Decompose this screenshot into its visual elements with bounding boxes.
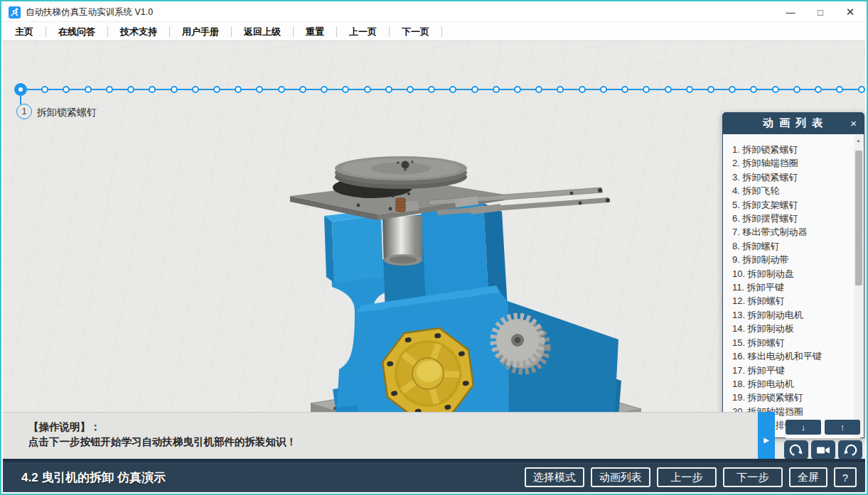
animation-step-item[interactable]: 18. 拆卸电动机: [723, 377, 852, 391]
menu-item-next-page[interactable]: 下一页: [390, 26, 442, 37]
panel-close-icon[interactable]: ×: [850, 112, 857, 134]
progress-node-39[interactable]: [836, 86, 843, 93]
scrollbar-thumb[interactable]: [855, 151, 862, 285]
rotate-left-button[interactable]: [838, 440, 862, 459]
progress-node-32[interactable]: [686, 86, 693, 93]
select-mode-button[interactable]: 选择模式: [525, 467, 584, 487]
progress-node-18[interactable]: [385, 86, 392, 93]
animation-step-item[interactable]: 6. 拆卸摆臂螺钉: [723, 212, 852, 225]
progress-node-5[interactable]: [106, 86, 113, 93]
progress-node-37[interactable]: [793, 86, 800, 93]
pan-up-button[interactable]: ↑: [825, 420, 860, 435]
3d-viewport[interactable]: 1 拆卸锁紧螺钉: [3, 41, 865, 459]
progress-node-17[interactable]: [364, 86, 371, 93]
window-title: 自动扶梯仿真互动实训系统 V1.0: [26, 6, 153, 18]
progress-node-1[interactable]: [14, 83, 27, 96]
progress-node-16[interactable]: [342, 86, 349, 93]
animation-step-item[interactable]: 3. 拆卸锁紧螺钉: [723, 170, 852, 184]
progress-node-28[interactable]: [600, 86, 607, 93]
menu-item-reset[interactable]: 重置: [294, 26, 337, 37]
close-icon[interactable]: ✕: [835, 3, 865, 21]
progress-node-24[interactable]: [514, 86, 521, 93]
menu-item-user-manual[interactable]: 用户手册: [170, 26, 232, 37]
progress-node-7[interactable]: [149, 86, 156, 93]
progress-node-6[interactable]: [127, 86, 134, 93]
menu-item-prev-page[interactable]: 上一页: [337, 26, 390, 37]
animation-step-item[interactable]: 5. 拆卸支架螺钉: [723, 198, 852, 212]
progress-node-33[interactable]: [707, 86, 714, 93]
animation-step-item[interactable]: 13. 拆卸制动电机: [723, 308, 852, 322]
progress-node-26[interactable]: [557, 86, 564, 93]
animation-step-item[interactable]: 16. 移出电动机和平键: [723, 349, 852, 363]
progress-node-38[interactable]: [815, 86, 822, 93]
animation-step-item[interactable]: 12. 拆卸螺钉: [723, 294, 852, 308]
animation-step-item[interactable]: 7. 移出带式制动器: [723, 225, 852, 239]
menu-item-home[interactable]: 主页: [3, 26, 46, 37]
app-window: { "window": { "title": "自动扶梯仿真互动实训系统 V1.…: [0, 0, 868, 495]
animation-step-item[interactable]: 4. 拆卸飞轮: [723, 184, 852, 197]
fullscreen-button[interactable]: 全屏: [789, 467, 827, 487]
animation-step-item[interactable]: 9. 拆卸制动带: [723, 253, 852, 266]
animation-step-item[interactable]: 1. 拆卸锁紧螺钉: [723, 143, 852, 156]
animation-list-title: 动 画 列 表: [763, 116, 825, 130]
help-button[interactable]: ?: [834, 467, 857, 487]
progress-node-30[interactable]: [643, 86, 650, 93]
rotate-right-button[interactable]: [784, 440, 808, 459]
minimize-icon[interactable]: —: [776, 3, 805, 21]
progress-node-36[interactable]: [772, 86, 779, 93]
animation-step-item[interactable]: 15. 拆卸螺钉: [723, 336, 852, 349]
rotate-right-icon: [788, 443, 805, 457]
progress-node-9[interactable]: [192, 86, 199, 93]
progress-node-19[interactable]: [407, 86, 414, 93]
instruction-bar: 【操作说明】： 点击下一步按钮开始学习自动扶梯曳引机部件的拆装知识！: [3, 412, 758, 462]
scroll-up-icon[interactable]: ▲: [854, 136, 863, 145]
animation-step-item[interactable]: 14. 拆卸制动板: [723, 322, 852, 335]
animation-list-header[interactable]: 动 画 列 表 ×: [722, 112, 864, 134]
animation-step-item[interactable]: 19. 拆卸锁紧螺钉: [723, 391, 852, 404]
instruction-text: 点击下一步按钮开始学习自动扶梯曳引机部件的拆装知识！: [28, 435, 758, 450]
menu-item-online-qa[interactable]: 在线问答: [46, 26, 108, 37]
animation-step-item[interactable]: 8. 拆卸螺钉: [723, 239, 852, 253]
progress-node-21[interactable]: [449, 86, 456, 93]
animation-step-item[interactable]: 2. 拆卸轴端挡圈: [723, 156, 852, 170]
progress-node-2[interactable]: [41, 86, 48, 93]
pan-down-button[interactable]: ↓: [786, 420, 821, 435]
prev-step-button[interactable]: 上一步: [657, 467, 717, 487]
progress-node-11[interactable]: [235, 86, 242, 93]
step-connector-line: [20, 96, 21, 104]
expand-arrow-icon: ▶: [763, 436, 769, 444]
animation-step-item[interactable]: 17. 拆卸平键: [723, 364, 852, 377]
progress-node-31[interactable]: [665, 86, 672, 93]
progress-node-22[interactable]: [471, 86, 478, 93]
progress-node-13[interactable]: [278, 86, 285, 93]
progress-node-40[interactable]: [858, 86, 865, 93]
current-step-badge: 1: [16, 104, 32, 119]
progress-node-25[interactable]: [535, 86, 542, 93]
animation-step-item[interactable]: 11. 拆卸平键: [723, 281, 852, 294]
menu-item-tech-support[interactable]: 技术支持: [108, 26, 170, 37]
progress-node-10[interactable]: [213, 86, 220, 93]
traction-machine-model[interactable]: [273, 148, 657, 453]
progress-node-20[interactable]: [428, 86, 435, 93]
progress-node-34[interactable]: [729, 86, 736, 93]
progress-node-35[interactable]: [750, 86, 757, 93]
viewer-controls-divider: [786, 437, 860, 438]
animation-list-button[interactable]: 动画列表: [591, 467, 650, 487]
progress-node-29[interactable]: [621, 86, 628, 93]
camera-reset-button[interactable]: [811, 440, 835, 459]
next-step-button[interactable]: 下一步: [723, 467, 783, 487]
progress-node-12[interactable]: [256, 86, 263, 93]
title-bar: 自动扶梯仿真互动实训系统 V1.0 — □ ✕: [3, 3, 865, 22]
progress-node-4[interactable]: [85, 86, 92, 93]
animation-step-item[interactable]: 10. 拆卸制动盘: [723, 267, 852, 281]
progress-node-15[interactable]: [321, 86, 328, 93]
progress-node-3[interactable]: [63, 86, 70, 93]
progress-node-14[interactable]: [299, 86, 306, 93]
progress-node-8[interactable]: [171, 86, 178, 93]
scrollbar[interactable]: ▲ ▼: [854, 135, 863, 437]
maximize-icon[interactable]: □: [805, 3, 835, 21]
menu-item-back-to-parent[interactable]: 返回上级: [232, 26, 294, 37]
progress-node-27[interactable]: [579, 86, 586, 93]
window-controls: — □ ✕: [776, 3, 865, 21]
progress-node-23[interactable]: [493, 86, 500, 93]
